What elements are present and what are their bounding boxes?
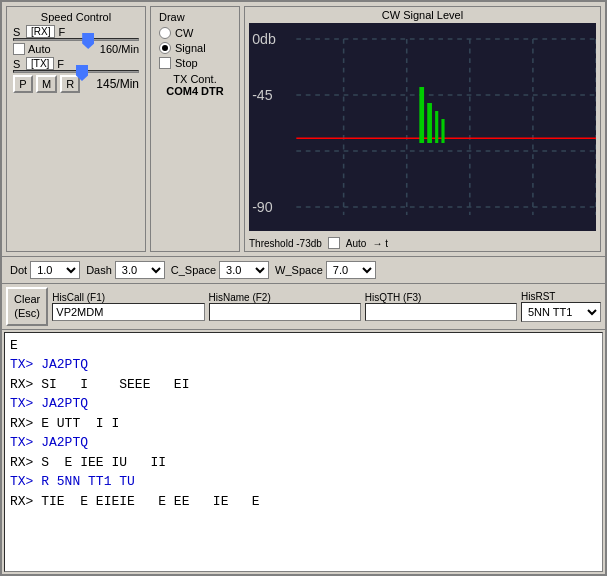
rx-s-label: S: [13, 26, 23, 38]
rx-content: TIE E EIEIE E EE IE E: [41, 494, 259, 509]
main-window: Speed Control S [RX] F Auto 160/Min: [0, 0, 607, 576]
log-line: RX> TIE E EIEIE E EE IE E: [10, 492, 597, 512]
tx-track: [13, 70, 139, 73]
tx-bottom-row: P M R 145/Min: [13, 75, 139, 93]
stop-checkbox[interactable]: [159, 57, 171, 69]
hisname-label: HisName (F2): [209, 292, 361, 303]
com-label: COM4 DTR: [159, 85, 231, 97]
auto-threshold-checkbox[interactable]: [328, 237, 340, 249]
tx-cont-label: TX Cont.: [159, 73, 231, 85]
cspace-select[interactable]: 3.0: [219, 261, 269, 279]
rx-bracket-label: [RX]: [26, 25, 55, 38]
cw-radio-label: CW: [175, 27, 193, 39]
hiscall-group: HisCall (F1): [52, 292, 204, 321]
speed-control-box: Speed Control S [RX] F Auto 160/Min: [6, 6, 146, 252]
threshold-row: Threshold -73db Auto → t: [245, 235, 600, 251]
log-line: RX> E UTT I I: [10, 414, 597, 434]
hisqth-label: HisQTH (F3): [365, 292, 517, 303]
hisname-input[interactable]: [209, 303, 361, 321]
rx-row: S [RX] F: [13, 25, 139, 38]
tx-f-label: F: [57, 58, 67, 70]
dash-group: Dash 3.0: [86, 261, 165, 279]
stop-checkbox-row: Stop: [159, 57, 231, 69]
rx-prefix: RX>: [10, 494, 41, 509]
log-area[interactable]: ETX> JA2PTQRX> SI I SEEE EITX> JA2PTQRX>…: [4, 332, 603, 572]
rx-content: SI I SEEE EI: [41, 377, 189, 392]
log-line: RX> SI I SEEE EI: [10, 375, 597, 395]
dot-group: Dot 1.0: [10, 261, 80, 279]
tx-prefix: TX>: [10, 474, 41, 489]
svg-rect-17: [441, 119, 444, 143]
dot-select[interactable]: 1.0: [30, 261, 80, 279]
rx-auto-checkbox[interactable]: [13, 43, 25, 55]
svg-rect-15: [427, 103, 432, 143]
rx-prefix: RX>: [10, 377, 41, 392]
rx-track: [13, 38, 139, 41]
call-panel: Clear (Esc) HisCall (F1) HisName (F2) Hi…: [2, 284, 605, 330]
log-line: TX> JA2PTQ: [10, 355, 597, 375]
rx-f-label: F: [58, 26, 68, 38]
tx-content: JA2PTQ: [41, 357, 88, 372]
tx-prefix: TX>: [10, 396, 41, 411]
tx-speed-value: 145/Min: [96, 77, 139, 91]
m-button[interactable]: M: [36, 75, 57, 93]
wspace-select[interactable]: 7.0: [326, 261, 376, 279]
draw-title: Draw: [159, 11, 231, 23]
hiscall-input[interactable]: [52, 303, 204, 321]
threshold-label: Threshold -73db: [249, 238, 322, 249]
svg-rect-16: [435, 111, 438, 143]
top-panel: Speed Control S [RX] F Auto 160/Min: [2, 2, 605, 257]
tx-prefix: TX>: [10, 357, 41, 372]
hisrst-label: HisRST: [521, 291, 601, 302]
rx-content: E UTT I I: [41, 416, 119, 431]
tx-content: JA2PTQ: [41, 435, 88, 450]
t-arrow-label: → t: [372, 238, 388, 249]
rx-speed-value: 160/Min: [100, 43, 139, 55]
hisrst-group: HisRST 5NN TT1: [521, 291, 601, 322]
rx-slider-wrapper: [13, 38, 139, 41]
tx-bracket-label: [TX]: [26, 57, 54, 70]
hisqth-input[interactable]: [365, 303, 517, 321]
signal-radio[interactable]: [159, 42, 171, 54]
cw-signal-box: CW Signal Level: [244, 6, 601, 252]
tx-content: R 5NN TT1 TU: [41, 474, 135, 489]
svg-text:-90: -90: [252, 199, 273, 215]
signal-radio-row: Signal: [159, 42, 231, 54]
signal-svg: 0db -45 -90: [249, 23, 596, 231]
log-line: TX> JA2PTQ: [10, 433, 597, 453]
svg-text:-45: -45: [252, 87, 273, 103]
tx-prefix: TX>: [10, 435, 41, 450]
timing-panel: Dot 1.0 Dash 3.0 C_Space 3.0 W_Space 7.0: [2, 257, 605, 284]
cw-signal-title: CW Signal Level: [245, 7, 600, 23]
speed-control-title: Speed Control: [13, 11, 139, 23]
log-line: RX> S E IEE IU II: [10, 453, 597, 473]
cw-radio-row: CW: [159, 27, 231, 39]
dash-label: Dash: [86, 264, 112, 276]
log-line: TX> R 5NN TT1 TU: [10, 472, 597, 492]
rx-prefix: RX>: [10, 455, 41, 470]
svg-rect-14: [419, 87, 424, 143]
hiscall-label: HisCall (F1): [52, 292, 204, 303]
hisname-group: HisName (F2): [209, 292, 361, 321]
dash-select[interactable]: 3.0: [115, 261, 165, 279]
log-line: E: [10, 336, 597, 356]
tx-content: JA2PTQ: [41, 396, 88, 411]
dot-label: Dot: [10, 264, 27, 276]
rx-auto-label: Auto: [28, 43, 51, 55]
wspace-group: W_Space 7.0: [275, 261, 376, 279]
rx-content: S E IEE IU II: [41, 455, 166, 470]
r-button[interactable]: R: [60, 75, 80, 93]
log-line: TX> JA2PTQ: [10, 394, 597, 414]
cspace-label: C_Space: [171, 264, 216, 276]
auto-threshold-label: Auto: [346, 238, 367, 249]
cspace-group: C_Space 3.0: [171, 261, 269, 279]
wspace-label: W_Space: [275, 264, 323, 276]
p-button[interactable]: P: [13, 75, 33, 93]
stop-label: Stop: [175, 57, 198, 69]
hisrst-select[interactable]: 5NN TT1: [521, 302, 601, 322]
clear-button[interactable]: Clear (Esc): [6, 287, 48, 326]
signal-chart: 0db -45 -90: [249, 23, 596, 231]
draw-box: Draw CW Signal Stop TX Cont. COM4 DTR: [150, 6, 240, 252]
cw-radio[interactable]: [159, 27, 171, 39]
hisqth-group: HisQTH (F3): [365, 292, 517, 321]
